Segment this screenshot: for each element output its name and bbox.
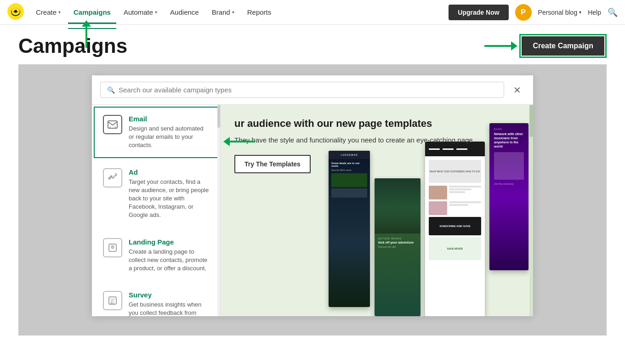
campaign-search-input[interactable] [119, 86, 497, 94]
sidebar-item-ad[interactable]: Ad Target your contacts, find a new audi… [94, 160, 218, 228]
ad-item-title: Ad [129, 168, 209, 176]
campaign-type-modal: 🔍 ✕ [92, 75, 533, 316]
chevron-down-icon-automate: ▾ [155, 10, 157, 15]
avatar-letter: P [521, 8, 526, 17]
nav-item-brand[interactable]: Brand ▾ [206, 6, 240, 19]
ad-item-desc: Target your contacts, find a new audienc… [129, 178, 209, 220]
modal-search-bar: 🔍 ✕ [92, 75, 533, 105]
page-title: Campaigns [18, 34, 127, 57]
arrow-right-create [484, 45, 512, 47]
nav-item-reports[interactable]: Reports [242, 6, 277, 19]
upgrade-button[interactable]: Upgrade Now [449, 5, 508, 20]
svg-point-4 [17, 10, 18, 11]
ad-item-text: Ad Target your contacts, find a new audi… [129, 168, 209, 220]
landing-page-item-desc: Create a landing page to collect new con… [129, 248, 209, 273]
survey-icon [103, 291, 122, 310]
sidebar-item-email[interactable]: Email Design and send automated or regul… [94, 107, 218, 158]
search-icon-modal: 🔍 [107, 86, 115, 94]
email-item-desc: Design and send automated or regular ema… [129, 125, 209, 150]
sidebar-item-survey[interactable]: Survey Get business insights when you co… [94, 283, 218, 316]
nav-item-campaigns[interactable]: Campaigns [68, 0, 116, 24]
chevron-down-icon: ▾ [58, 10, 61, 15]
nav-item-create[interactable]: Create ▾ [30, 6, 66, 19]
arrow-up-campaigns [85, 25, 87, 48]
create-campaign-button[interactable]: Create Campaign [522, 36, 604, 56]
main-nav: Create ▾ Campaigns Automate ▾ Audience B… [0, 0, 625, 25]
nav-brand-label: Brand [212, 8, 230, 16]
arrow-left-content [223, 137, 255, 146]
survey-item-desc: Get business insights when you collect f… [129, 301, 209, 316]
nav-item-automate[interactable]: Automate ▾ [118, 6, 163, 19]
nav-reports-label: Reports [247, 8, 272, 16]
nav-campaigns-label: Campaigns [74, 8, 111, 16]
modal-close-icon[interactable]: ✕ [510, 83, 525, 97]
help-link[interactable]: Help [588, 9, 601, 16]
chevron-down-icon-user: ▾ [579, 10, 581, 15]
ad-icon [103, 168, 122, 188]
create-campaign-btn-wrap: Create Campaign [519, 34, 607, 58]
survey-item-title: Survey [129, 291, 209, 299]
landing-page-item-text: Landing Page Create a landing page to co… [129, 238, 209, 273]
landing-page-icon [103, 238, 122, 257]
nav-automate-label: Automate [124, 8, 153, 16]
page-header: Campaigns Create Campaign [0, 25, 625, 64]
nav-create-label: Create [36, 8, 57, 16]
svg-rect-5 [108, 121, 117, 128]
nav-right: Upgrade Now P Personal blog ▾ Help 🔍 [449, 4, 618, 21]
main-area: 🔍 ✕ [18, 64, 607, 336]
svg-rect-8 [109, 244, 116, 251]
campaign-type-sidebar: Email Design and send automated or regul… [92, 105, 221, 316]
user-name: Personal blog [538, 9, 578, 16]
svg-point-3 [13, 10, 15, 11]
landing-page-item-title: Landing Page [129, 238, 209, 246]
svg-rect-11 [111, 302, 112, 304]
modal-body: Email Design and send automated or regul… [92, 105, 533, 316]
try-templates-button[interactable]: Try The Templates [234, 155, 311, 173]
avatar[interactable]: P [515, 4, 532, 21]
search-bar-inner: 🔍 [100, 82, 504, 98]
sidebar-item-landing-page[interactable]: Landing Page Create a landing page to co… [94, 230, 218, 281]
email-item-title: Email [129, 115, 209, 123]
chevron-down-icon-brand: ▾ [232, 10, 234, 15]
content-panel-inner: ur audience with our new page templates … [221, 105, 533, 186]
search-icon[interactable]: 🔍 [608, 7, 618, 17]
content-desc: They have the style and functionality yo… [234, 135, 519, 146]
content-title-text: ur audience with our new page templates [234, 118, 432, 129]
nav-item-audience[interactable]: Audience [165, 6, 205, 19]
logo[interactable] [7, 3, 24, 22]
svg-point-9 [112, 246, 114, 248]
content-title: ur audience with our new page templates [234, 118, 519, 130]
preview-card-forest: NATURE BRAND kick off your adventure Dis… [375, 178, 420, 316]
sidebar-scrollbar-thumb [217, 105, 220, 128]
sidebar-scrollbar[interactable] [217, 105, 220, 316]
email-item-text: Email Design and send automated or regul… [129, 115, 209, 150]
survey-item-text: Survey Get business insights when you co… [129, 291, 209, 316]
content-panel: ur audience with our new page templates … [221, 105, 533, 316]
email-icon [103, 115, 122, 134]
user-menu[interactable]: Personal blog ▾ [538, 9, 582, 16]
nav-audience-label: Audience [170, 8, 199, 16]
